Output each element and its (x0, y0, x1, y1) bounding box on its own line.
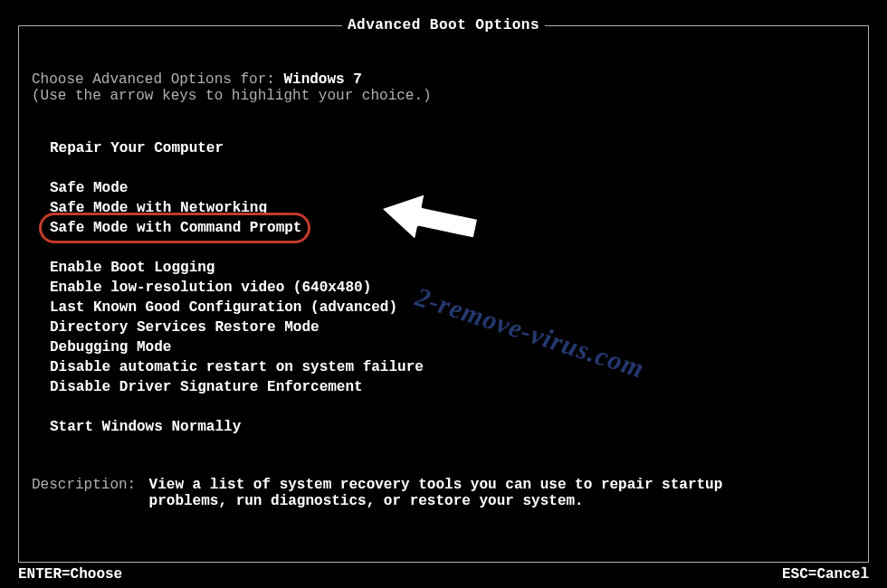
intro-prefix: Choose Advanced Options for: (32, 71, 283, 88)
normal-group: Start Windows Normally (32, 417, 859, 437)
option-debugging-mode[interactable]: Debugging Mode (50, 337, 171, 357)
arrow-key-hint: (Use the arrow keys to highlight your ch… (32, 88, 859, 104)
safe-mode-group: Safe Mode Safe Mode with Networking Safe… (32, 178, 859, 238)
os-name: Windows 7 (283, 71, 361, 88)
intro-block: Choose Advanced Options for: Windows 7 (… (32, 71, 859, 104)
footer-esc-hint: ESC=Cancel (782, 566, 869, 583)
option-start-normally[interactable]: Start Windows Normally (50, 417, 241, 437)
repair-group: Repair Your Computer (32, 138, 859, 158)
option-last-known-good[interactable]: Last Known Good Configuration (advanced) (50, 298, 397, 318)
highlighted-option-wrap: Safe Mode with Command Prompt (50, 218, 301, 238)
option-ds-restore-mode[interactable]: Directory Services Restore Mode (50, 318, 320, 337)
footer-bar: ENTER=Choose ESC=Cancel (18, 566, 869, 583)
option-disable-driver-sig[interactable]: Disable Driver Signature Enforcement (50, 377, 363, 397)
description-label: Description: (32, 477, 140, 493)
screen-frame: Advanced Boot Options Choose Advanced Op… (18, 25, 869, 563)
page-title: Advanced Boot Options (342, 17, 545, 33)
option-repair-computer[interactable]: Repair Your Computer (50, 138, 224, 158)
option-safe-mode-networking[interactable]: Safe Mode with Networking (50, 198, 267, 218)
description-block: Description: View a list of system recov… (32, 477, 859, 509)
content-area: Choose Advanced Options for: Windows 7 (… (19, 26, 868, 518)
option-disable-auto-restart[interactable]: Disable automatic restart on system fail… (50, 357, 424, 377)
option-safe-mode[interactable]: Safe Mode (50, 178, 128, 198)
option-boot-logging[interactable]: Enable Boot Logging (50, 258, 215, 278)
advanced-group: Enable Boot Logging Enable low-resolutio… (32, 258, 859, 397)
option-low-res-video[interactable]: Enable low-resolution video (640x480) (50, 278, 371, 298)
description-text: View a list of system recovery tools you… (149, 477, 783, 509)
footer-enter-hint: ENTER=Choose (18, 566, 122, 583)
option-safe-mode-command-prompt[interactable]: Safe Mode with Command Prompt (50, 218, 301, 238)
